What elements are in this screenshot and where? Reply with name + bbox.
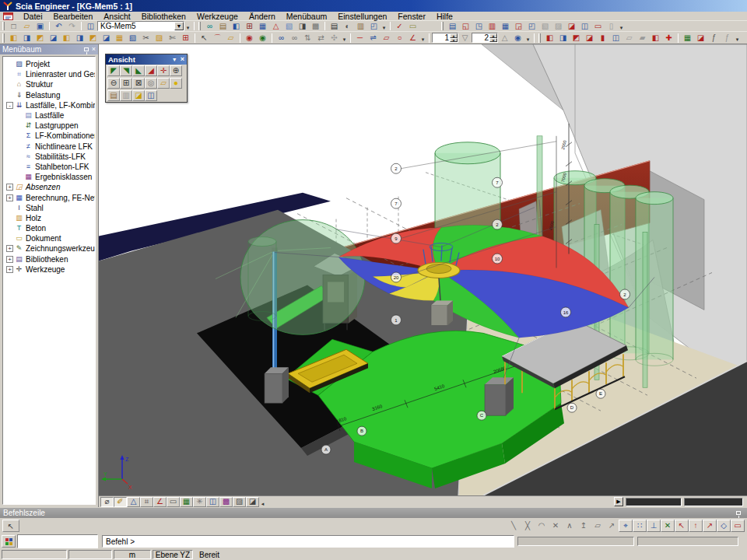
send-view-button[interactable]: ◪: [694, 32, 707, 44]
save-view-button[interactable]: ▦: [681, 32, 694, 44]
stored-views-button[interactable]: ▱: [157, 78, 170, 89]
tree-item-zeichnungswerkzeuge[interactable]: + ✎ Zeichnungswerkzeuge: [5, 243, 95, 254]
combo-dropdown-icon[interactable]: ▼: [174, 22, 184, 30]
toolbar-overflow-button[interactable]: ▾: [734, 33, 741, 43]
refresh-button[interactable]: ✣: [328, 32, 341, 44]
menu-item[interactable]: Bearbeiten: [48, 12, 99, 21]
scale-spinner[interactable]: 1 ▲▼: [432, 33, 458, 43]
calculator-button[interactable]: ◨: [296, 21, 309, 31]
grid-toggle[interactable]: ▩: [219, 497, 233, 507]
member-tool-button[interactable]: ◧: [7, 32, 20, 44]
tree-item-stahlbeton-lfk[interactable]: ≡ Stahlbeton-LFK: [5, 162, 95, 172]
tree-item-ergebnisklassen[interactable]: ▦ Ergebnisklassen: [5, 172, 95, 182]
table-composer-icon[interactable]: [2, 535, 16, 548]
tree-panel-titlebar[interactable]: Menübaum ×: [0, 44, 98, 54]
view-settings-button[interactable]: ∞: [203, 21, 216, 31]
toolbar-grip[interactable]: [2, 33, 5, 43]
window-view-button[interactable]: ▥: [486, 21, 499, 31]
grid-snap-button[interactable]: ∷: [633, 520, 647, 532]
print-view-button[interactable]: ▤: [107, 90, 120, 101]
display-toggle-button[interactable]: ▮: [596, 32, 609, 44]
light-button[interactable]: ●: [170, 78, 182, 89]
trim-tool-button[interactable]: ✄: [166, 32, 179, 44]
member-tool-button[interactable]: ◩: [86, 32, 100, 44]
tree-item-lastfaelle[interactable]: ▤ Lastfälle: [5, 110, 95, 121]
display-toggle-button[interactable]: ◩: [570, 32, 583, 44]
parameters-toggle[interactable]: ◪: [246, 497, 259, 507]
display-toggle-button[interactable]: ◫: [609, 32, 622, 44]
tree-expander[interactable]: +: [6, 184, 13, 191]
export-button[interactable]: ▥: [354, 21, 367, 31]
labels-toggle[interactable]: ▭: [167, 497, 180, 507]
menu-item[interactable]: Ändern: [244, 12, 281, 21]
tree-expander[interactable]: +: [6, 266, 13, 273]
section-button[interactable]: ◉: [511, 32, 524, 44]
connect-button[interactable]: ⇌: [366, 32, 380, 44]
activity-spinner[interactable]: 2 ▲▼: [472, 33, 498, 43]
selection-mode-button[interactable]: ◉: [243, 32, 256, 44]
draw-circle-button[interactable]: ○: [393, 32, 406, 44]
zoom-all-button[interactable]: ⊠: [132, 78, 145, 89]
copy-view-button[interactable]: ▥: [120, 90, 132, 101]
model-viewport[interactable]: 3160 5410 20680 1810: [99, 44, 747, 507]
toolbar-grip[interactable]: [2, 22, 5, 30]
dimension-toggle[interactable]: ∠: [153, 497, 167, 507]
shading-toggle[interactable]: ⌀: [100, 497, 114, 507]
function-button[interactable]: ƒ: [707, 32, 721, 44]
member-tool-button[interactable]: ◪: [47, 32, 60, 44]
close-project-button[interactable]: ◫: [84, 21, 97, 31]
toolbar-grip[interactable]: [441, 22, 444, 30]
display-toggle-button[interactable]: ▰: [636, 32, 649, 44]
image-gallery-button[interactable]: ◧: [230, 21, 243, 31]
toolbar-overflow-button[interactable]: ▾: [618, 21, 625, 31]
midpoint-snap-button[interactable]: ✕: [661, 520, 675, 532]
menu-item[interactable]: Einstellungen: [332, 12, 392, 21]
cut-tool-button[interactable]: ✂: [139, 32, 153, 44]
print-preview-button[interactable]: ◐: [341, 21, 354, 31]
new-button[interactable]: □: [7, 21, 20, 31]
toolbar-overflow-button[interactable]: ▾: [341, 33, 348, 43]
member-tool-button[interactable]: ▨: [153, 32, 166, 44]
menu-item[interactable]: Ansicht: [98, 12, 135, 21]
libraries-button[interactable]: ▦: [256, 21, 269, 31]
document-button[interactable]: ▩: [309, 21, 322, 31]
rendered-model-button[interactable]: ◫: [145, 90, 157, 101]
axo-view-button[interactable]: ◢: [145, 65, 157, 76]
rendering-toggle[interactable]: ✳: [193, 497, 206, 507]
supports-toggle[interactable]: △: [127, 497, 140, 507]
window-view-button[interactable]: ◪: [565, 21, 578, 31]
select-button[interactable]: ↖: [198, 32, 211, 44]
tree-item-belastung[interactable]: ⇓ Belastung: [5, 90, 95, 100]
spinner-down-icon[interactable]: ▼: [450, 38, 458, 43]
view-y-button[interactable]: ◥: [120, 65, 132, 76]
member-tool-button[interactable]: ◨: [73, 32, 86, 44]
paperspace-button[interactable]: ⊞: [243, 21, 256, 31]
member-tool-button[interactable]: ▧: [126, 32, 139, 44]
picture-button[interactable]: △: [269, 21, 282, 31]
swap-button[interactable]: ⇄: [314, 32, 328, 44]
window-view-button[interactable]: ▯: [605, 21, 618, 31]
pin-icon[interactable]: [84, 47, 89, 51]
window-view-button[interactable]: ◫: [578, 21, 591, 31]
snap-plane-button[interactable]: ▱: [591, 520, 605, 532]
tree-expander[interactable]: +: [6, 194, 13, 201]
zoom-out-button[interactable]: ⊖: [107, 78, 120, 89]
search-all-button[interactable]: ∞: [288, 32, 301, 44]
scroll-right-icon[interactable]: ▶: [614, 497, 623, 506]
project-notes-button[interactable]: ▭: [406, 21, 419, 31]
redo-button[interactable]: ↷: [65, 21, 79, 31]
tree-item-holz[interactable]: ▥ Holz: [5, 213, 95, 223]
nav-panel[interactable]: [626, 498, 682, 506]
scale-button[interactable]: ▽: [458, 32, 472, 44]
status-plane[interactable]: Ebene YZ: [153, 550, 193, 559]
zoom-in-button[interactable]: ⊕: [170, 65, 182, 76]
tree-item-stahl[interactable]: I Stahl: [5, 203, 95, 213]
strip-collapse-button[interactable]: ◂: [259, 497, 266, 507]
snap-arc-button[interactable]: ◠: [535, 520, 549, 532]
open-button[interactable]: ▱: [20, 21, 33, 31]
surface-toggle[interactable]: ▦: [180, 497, 193, 507]
member-tool-button[interactable]: ◧: [60, 32, 73, 44]
window-view-button[interactable]: ▭: [591, 21, 605, 31]
tree-item-berechnung[interactable]: + ▦ Berechnung, FE-Netz: [5, 192, 95, 202]
menu-item[interactable]: Werkzeuge: [191, 12, 244, 21]
